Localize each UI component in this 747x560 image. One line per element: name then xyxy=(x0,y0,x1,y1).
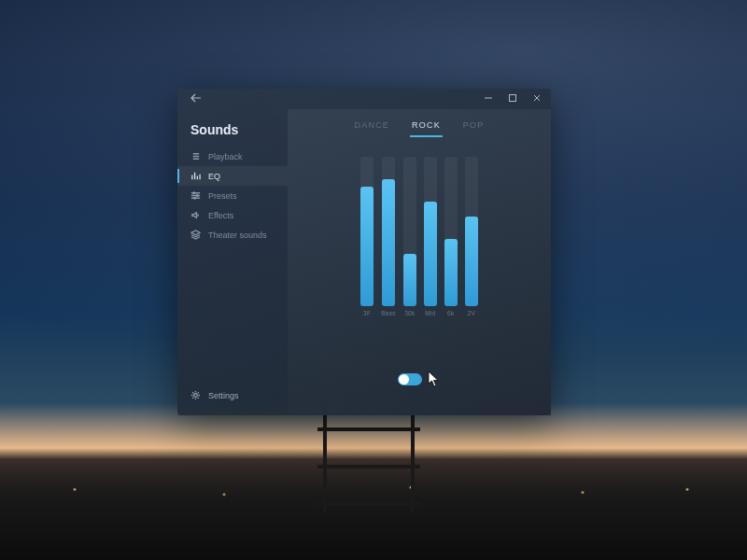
toggle-knob xyxy=(399,374,409,385)
sidebar-title: Sounds xyxy=(177,120,288,147)
sidebar-item-theater-sounds[interactable]: Theater sounds xyxy=(177,225,288,245)
sidebar-item-label: Effects xyxy=(208,211,233,220)
eq-band-3f: 3F xyxy=(360,157,374,316)
eq-band-2v: 2V xyxy=(465,157,478,316)
main-panel: DANCEROCKPOP 3FBass30kMid6k2V xyxy=(288,109,551,415)
eq-slider-track[interactable] xyxy=(424,157,437,306)
mouse-cursor-icon xyxy=(428,371,441,387)
svg-rect-0 xyxy=(510,95,516,102)
eq-band-bass: Bass xyxy=(381,157,396,316)
eq-slider-track[interactable] xyxy=(360,157,374,306)
sounds-window: Sounds PlaybackEQPresetsEffectsTheater s… xyxy=(177,89,551,415)
sidebar-item-presets[interactable]: Presets xyxy=(177,186,288,205)
tab-dance[interactable]: DANCE xyxy=(353,119,392,137)
window-controls xyxy=(480,91,545,106)
sidebar: Sounds PlaybackEQPresetsEffectsTheater s… xyxy=(177,109,288,415)
settings-label: Settings xyxy=(208,391,239,400)
sidebar-item-label: EQ xyxy=(208,172,220,181)
eq-slider-fill xyxy=(382,179,395,306)
bars-icon xyxy=(190,171,201,181)
equalizer-chart: 3FBass30kMid6k2V xyxy=(326,148,513,316)
tab-rock[interactable]: ROCK xyxy=(410,119,443,137)
eq-band-label: 6k xyxy=(447,310,454,316)
eq-band-label: 30k xyxy=(404,310,415,316)
tab-pop[interactable]: POP xyxy=(461,119,486,137)
eq-band-30k: 30k xyxy=(403,157,416,316)
eq-slider-fill xyxy=(424,202,437,306)
eq-slider-fill xyxy=(403,254,416,306)
eq-band-label: Bass xyxy=(381,310,396,316)
eq-toggle[interactable] xyxy=(398,373,422,385)
eq-band-mid: Mid xyxy=(424,157,437,316)
eq-band-label: 3F xyxy=(363,310,371,316)
eq-band-label: Mid xyxy=(425,310,435,316)
sidebar-item-eq[interactable]: EQ xyxy=(177,166,288,186)
layers-icon xyxy=(190,230,201,240)
preset-tabs: DANCEROCKPOP xyxy=(288,109,551,137)
eq-slider-fill xyxy=(465,217,478,306)
sidebar-item-label: Playback xyxy=(208,152,243,161)
wallpaper-horizon xyxy=(0,459,747,560)
sidebar-item-label: Presets xyxy=(208,191,237,201)
eq-slider-track[interactable] xyxy=(465,157,478,306)
eq-band-label: 2V xyxy=(468,310,476,316)
sidebar-item-effects[interactable]: Effects xyxy=(177,205,288,225)
back-button[interactable] xyxy=(187,91,205,106)
eq-band-6k: 6k xyxy=(444,157,458,316)
maximize-button[interactable] xyxy=(504,91,521,106)
svg-point-4 xyxy=(194,394,198,398)
sidebar-item-label: Theater sounds xyxy=(208,231,267,240)
settings-button[interactable]: Settings xyxy=(177,383,288,408)
sliders-icon xyxy=(190,190,201,201)
sidebar-item-playback[interactable]: Playback xyxy=(177,147,288,166)
minimize-button[interactable] xyxy=(480,91,497,106)
eq-slider-track[interactable] xyxy=(444,157,458,306)
gear-icon xyxy=(190,390,201,400)
list-icon xyxy=(190,151,201,161)
titlebar xyxy=(177,89,551,109)
eq-toggle-row xyxy=(398,371,441,387)
eq-slider-track[interactable] xyxy=(403,157,416,306)
close-button[interactable] xyxy=(529,91,545,106)
speaker-icon xyxy=(190,210,201,220)
eq-slider-fill xyxy=(360,187,374,306)
eq-slider-track[interactable] xyxy=(382,157,395,306)
eq-slider-fill xyxy=(444,239,458,306)
